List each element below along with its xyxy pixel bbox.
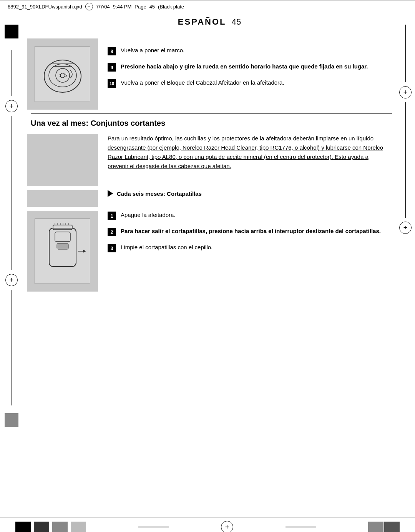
step-badge-2: 2 bbox=[108, 228, 116, 236]
step-text-10: Vuelva a poner el Bloque del Cabezal Afe… bbox=[121, 78, 384, 87]
underlined-paragraph: Para un resultado óptimo, las cuchillas … bbox=[108, 134, 384, 171]
step-text-2: Para hacer salir el cortapatillas, presi… bbox=[121, 227, 384, 236]
step-badge-1: 1 bbox=[108, 212, 116, 220]
step-badge-8: 8 bbox=[108, 47, 116, 55]
page-number: 45 bbox=[232, 17, 241, 27]
top-section: 1 2 8 Vuelva a poner el marco. bbox=[27, 38, 392, 110]
right-margin bbox=[396, 13, 415, 513]
svg-text:1: 1 bbox=[59, 73, 61, 78]
svg-rect-11 bbox=[53, 225, 72, 230]
footer-sq-black bbox=[15, 522, 31, 532]
step-item-3: 3 Limpie el cortapatillas con el cepillo… bbox=[108, 243, 384, 252]
razor-svg-bottom bbox=[38, 220, 88, 282]
step-item-8: 8 Vuelva a poner el marco. bbox=[108, 46, 384, 55]
right-circle-top bbox=[399, 86, 412, 98]
bottom-section: 1 Apague la afeitadora. 2 Para hacer sal… bbox=[27, 211, 392, 292]
right-line-bottom bbox=[405, 102, 406, 218]
section-heading-wrapper: Una vez al mes: Conjuntos cortantes bbox=[27, 113, 392, 128]
footer-sq-r1 bbox=[368, 522, 383, 532]
footer-sq-r2 bbox=[384, 522, 400, 532]
step-badge-3: 3 bbox=[108, 244, 116, 252]
margin-line-bottom bbox=[12, 290, 12, 405]
bullet-heading-text: Cada seis meses: Cortapatillas bbox=[117, 190, 202, 197]
razor-image-bottom bbox=[35, 218, 90, 284]
margin-gray-square bbox=[5, 413, 18, 427]
header-bar: 8892_91_90XLDFUwspanish.qxd + 7/7/04 9:4… bbox=[0, 0, 415, 13]
middle-section: Para un resultado óptimo, las cuchillas … bbox=[27, 134, 392, 186]
gray-panel-bullet bbox=[27, 190, 98, 207]
step-item-1: 1 Apague la afeitadora. bbox=[108, 211, 384, 220]
svg-rect-9 bbox=[55, 232, 70, 242]
header-plate: (Black plate bbox=[158, 4, 184, 10]
footer-circle bbox=[221, 521, 233, 532]
footer-dash-line-right bbox=[286, 527, 316, 527]
bullet-heading-panel: Cada seis meses: Cortapatillas bbox=[98, 190, 392, 207]
gray-image-panel-top: 1 2 bbox=[27, 38, 98, 110]
footer-sq-gray bbox=[52, 522, 68, 532]
footer-sq-lightgray bbox=[71, 522, 86, 532]
svg-point-0 bbox=[44, 60, 81, 92]
margin-black-square bbox=[5, 25, 18, 38]
page-title-area: ESPAÑOL 45 bbox=[27, 13, 392, 27]
header-reg-mark: + bbox=[85, 3, 93, 10]
svg-rect-10 bbox=[57, 243, 68, 249]
steps-top-panel: 8 Vuelva a poner el marco. 9 Presione ha… bbox=[98, 38, 392, 110]
step-text-8: Vuelva a poner el marco. bbox=[121, 46, 384, 55]
steps-bottom-panel: 1 Apague la afeitadora. 2 Para hacer sal… bbox=[98, 211, 392, 292]
main-content: ESPAÑOL 45 1 bbox=[23, 13, 396, 513]
right-line-top bbox=[405, 25, 406, 82]
left-margin bbox=[0, 13, 23, 513]
svg-marker-12 bbox=[83, 250, 86, 253]
step-text-9: Presione hacia abajo y gire la rueda en … bbox=[121, 62, 384, 71]
gray-panel-mid bbox=[27, 134, 98, 186]
step-badge-9: 9 bbox=[108, 63, 116, 72]
svg-point-2 bbox=[56, 68, 70, 82]
footer-bar bbox=[0, 517, 415, 532]
underlined-text-panel: Para un resultado óptimo, las cuchillas … bbox=[98, 134, 392, 186]
razor-svg-top: 1 2 bbox=[38, 49, 88, 99]
margin-circle-top bbox=[5, 100, 18, 112]
header-time: 9:44 PM bbox=[113, 4, 131, 10]
bullet-triangle-icon bbox=[108, 190, 113, 197]
footer-right-squares bbox=[368, 522, 400, 532]
gray-image-panel-bottom bbox=[27, 211, 98, 292]
step-text-1: Apague la afeitadora. bbox=[121, 211, 384, 220]
step-text-3: Limpie el cortapatillas con el cepillo. bbox=[121, 243, 384, 252]
header-page-label: Page bbox=[134, 4, 146, 10]
header-page-num: 45 bbox=[149, 4, 155, 10]
page-title: ESPAÑOL bbox=[178, 17, 226, 27]
svg-text:2: 2 bbox=[65, 73, 68, 78]
footer-dash-right bbox=[236, 527, 365, 527]
margin-line-top bbox=[12, 50, 12, 96]
footer-dash bbox=[89, 527, 218, 527]
right-circle-bottom bbox=[399, 222, 412, 234]
section-heading: Una vez al mes: Conjuntos cortantes bbox=[31, 113, 392, 128]
step-item-2: 2 Para hacer salir el cortapatillas, pre… bbox=[108, 227, 384, 236]
razor-image-top: 1 2 bbox=[35, 46, 90, 102]
margin-circle-bottom bbox=[5, 274, 18, 286]
step-item-10: 10 Vuelva a poner el Bloque del Cabezal … bbox=[108, 78, 384, 88]
header-filename: 8892_91_90XLDFUwspanish.qxd bbox=[8, 4, 82, 10]
footer-dash-line bbox=[138, 527, 169, 527]
bullet-section: Cada seis meses: Cortapatillas bbox=[27, 190, 392, 207]
step-item-9: 9 Presione hacia abajo y gire la rueda e… bbox=[108, 62, 384, 72]
header-date: 7/7/04 bbox=[96, 4, 110, 10]
bullet-heading-item: Cada seis meses: Cortapatillas bbox=[108, 190, 384, 197]
footer-sq-darkgray bbox=[34, 522, 49, 532]
step-badge-10: 10 bbox=[108, 79, 116, 88]
margin-line-mid bbox=[12, 116, 12, 270]
